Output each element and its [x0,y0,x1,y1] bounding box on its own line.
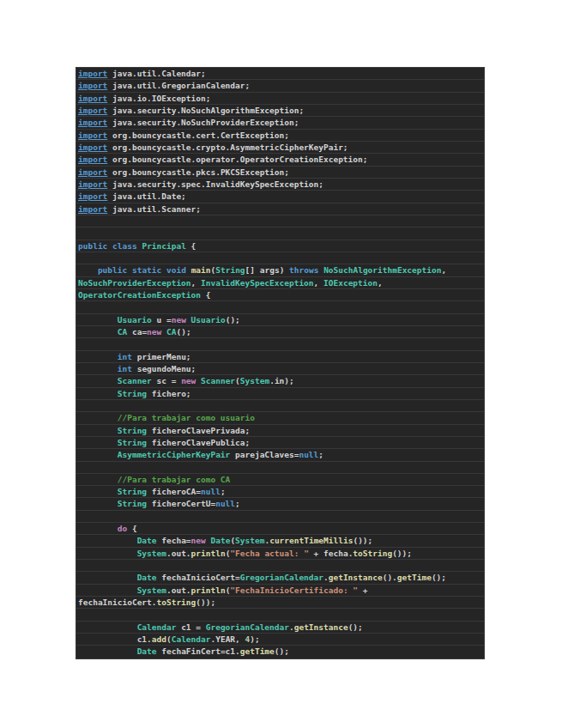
code-token-pln: (); [176,327,190,337]
code-token-pln: , [441,265,446,275]
code-line: Usuario u =new Usuario(); [76,314,484,326]
code-token-com: //Para trabajar como CA [118,475,231,484]
code-token-pln: org.bouncycastle.cert.CertException; [107,130,289,140]
code-token-kw: int [118,352,132,361]
code-token-type: System [137,585,166,595]
code-token-type: Usuario [191,315,226,325]
code-token-pln [78,389,118,398]
code-token-pln: ficheroClavePublica; [147,438,250,447]
code-line [76,560,484,572]
code-token-type: Scanner [118,376,152,385]
code-token-type: String [118,389,147,398]
code-token-pln: java.security.NoSuchProviderException; [107,118,299,127]
code-token-type: CA [166,327,176,337]
code-token-meth: println [191,549,226,558]
code-token-type: InvalidKeySpecException [201,278,314,288]
code-token-pln: , [378,278,383,288]
code-token-pln: (). [383,573,397,582]
code-token-type: Date [137,536,157,545]
code-line [76,609,484,621]
code-token-pln: .YEAR, [210,634,245,644]
code-token-type: String [215,265,245,275]
code-token-pln [78,327,118,337]
code-token-pln [78,265,98,275]
code-line [76,252,484,264]
import-keyword: import [78,143,107,152]
import-keyword: import [78,179,107,189]
code-token-kw: int [118,364,132,373]
code-token-pln: ); [250,634,259,644]
code-token-com: //Para trabajar como usuario [118,413,255,422]
code-token-meth: main [191,265,211,275]
import-keyword: import [78,167,107,177]
code-token-pln: ; [221,487,226,496]
code-token-type: String [118,426,147,435]
code-token-pln: primerMenu; [132,352,191,361]
code-line: int segundoMenu; [76,363,484,375]
code-line: OperatorCreationException { [76,289,484,301]
code-line: import java.io.IOException; [76,93,484,105]
code-token-pln: ()); [392,549,412,558]
code-token-meth: toString [157,598,196,607]
code-line: int primerMenu; [76,351,484,363]
code-token-ctl: new [181,376,196,385]
code-token-type: System [235,536,264,545]
code-token-pln [78,573,137,582]
code-token-pln: ()); [196,598,215,607]
code-token-pln: (); [348,622,363,632]
code-token-pln: ; [318,450,323,459]
code-token-pln [78,376,118,385]
code-token-kw: static [132,265,161,275]
code-line: //Para trabajar como CA [76,474,484,486]
code-token-type: Date [137,573,157,582]
import-keyword: import [78,94,107,103]
code-line: c1.add(Calendar.YEAR, 4); [76,634,484,646]
code-token-type: Date [137,646,157,656]
code-token-pln: fechaInicioCert= [157,573,240,582]
code-token-meth: getInstance [294,622,348,632]
code-line: public static void main(String[] args) t… [76,264,484,276]
code-line: import org.bouncycastle.crypto.Asymmetri… [76,142,484,154]
code-token-type: AsymmetricCipherKeyPair [118,450,231,459]
code-token-pln: java.util.Scanner; [107,204,201,214]
code-token-pln: ficheroClavePrivada; [147,426,250,435]
code-line: public class Principal { [76,240,484,252]
code-token-type: OperatorCreationException [78,290,201,300]
code-token-pln: ; [235,499,240,508]
code-line: Date fecha=new Date(System.currentTimeMi… [76,535,484,547]
code-token-pln [78,413,118,422]
code-line: //Para trabajar como usuario [76,412,484,424]
code-line: NoSuchProviderException, InvalidKeySpecE… [76,277,484,289]
code-token-pln [78,585,137,595]
code-token-pln: org.bouncycastle.pkcs.PKCSException; [107,167,289,177]
code-line: String ficheroCA=null; [76,486,484,498]
code-token-pln: sc = [152,376,181,385]
code-line: String ficheroClavePrivada; [76,425,484,437]
code-token-pln: org.bouncycastle.crypto.AsymmetricCipher… [107,143,347,152]
code-token-pln: (); [275,646,289,656]
code-token-ctl: new [147,327,161,337]
code-line: import org.bouncycastle.operator.Operato… [76,154,484,166]
code-token-pln [78,549,137,558]
code-token-pln: [] args) [245,265,289,275]
code-token-pln: ficheroCA= [147,487,201,496]
code-line [76,228,484,240]
code-token-str: "FechaInicioCertificado: " [230,585,358,595]
code-token-type: IOException [323,278,378,288]
code-token-kw: void [166,265,186,275]
code-line [76,338,484,350]
code-line: AsymmetricCipherKeyPair parejaClaves=nul… [76,449,484,461]
code-token-ctl: new [172,315,186,325]
code-token-pln [78,438,118,447]
code-token-meth: println [191,585,226,595]
code-token-kw: throws [289,265,318,275]
code-line: do { [76,523,484,535]
code-line: import org.bouncycastle.pkcs.PKCSExcepti… [76,167,484,179]
code-token-pln: fechaInicioCert. [78,598,157,607]
code-line: import java.util.Date; [76,191,484,203]
code-token-type: String [118,487,147,496]
code-token-meth: getTime [240,646,275,656]
code-token-pln: { [127,524,136,533]
code-line: import java.security.NoSuchProviderExcep… [76,117,484,129]
code-token-pln [78,524,118,533]
